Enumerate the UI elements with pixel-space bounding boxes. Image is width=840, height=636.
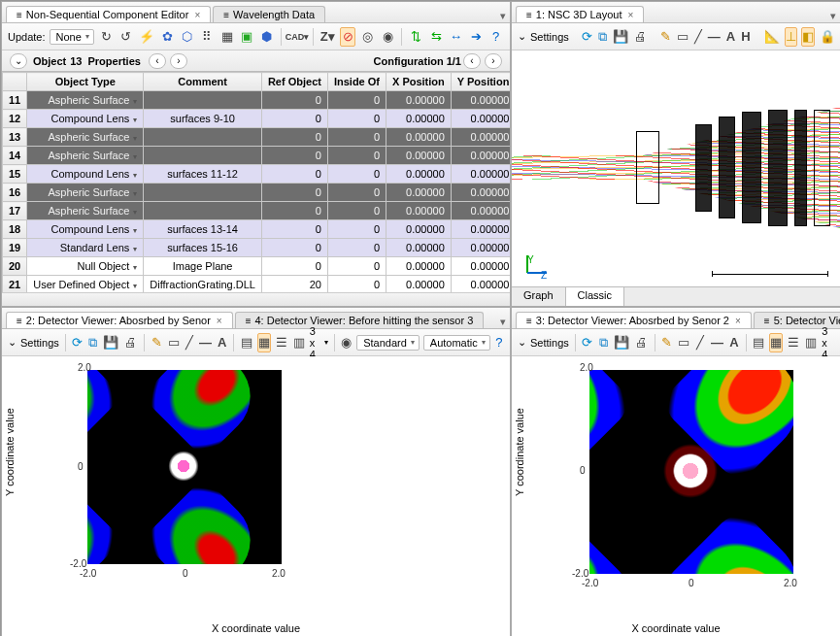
ref-object-cell[interactable]: 0 [261, 184, 327, 202]
grid2-icon[interactable]: ▦ [769, 333, 783, 352]
object-type-cell[interactable]: Compound Lens▾ [27, 110, 144, 128]
rectangle-icon[interactable]: ▭ [676, 27, 689, 47]
subgrid-icon[interactable]: ▥ [804, 333, 818, 352]
ray-trace-icon[interactable]: ⚡ [138, 27, 155, 47]
green-square-icon[interactable]: ▣ [239, 27, 255, 47]
table-row[interactable]: 21User Defined Object▾DiffractionGrating… [3, 276, 511, 293]
dash-icon[interactable]: — [710, 333, 724, 352]
close-icon[interactable]: × [194, 10, 200, 20]
inside-of-cell[interactable]: 0 [327, 147, 386, 165]
comment-cell[interactable] [144, 128, 262, 147]
y-position-cell[interactable]: 0.00000 [451, 276, 510, 293]
inside-of-cell[interactable]: 0 [327, 110, 386, 128]
tab[interactable]: ≡Wavelength Data [213, 6, 325, 22]
column-header[interactable]: Ref Object [261, 73, 327, 91]
stack-icon[interactable]: ☰ [787, 333, 800, 352]
rectangle-icon[interactable]: ▭ [677, 333, 690, 352]
detector-plot-2[interactable]: 2.0 0 -2.0 -2.0 0 2.0 X coordinate value… [2, 356, 510, 636]
print-icon[interactable]: 🖨 [633, 27, 648, 47]
comment-cell[interactable] [144, 91, 262, 110]
ref-object-cell[interactable]: 20 [261, 276, 327, 293]
go-arrow-icon[interactable]: ➔ [468, 27, 485, 47]
x-position-cell[interactable]: 0.00000 [386, 165, 452, 184]
ref-object-cell[interactable]: 0 [261, 165, 327, 184]
inside-of-cell[interactable]: 0 [327, 128, 386, 147]
config-prev-button[interactable]: ‹ [463, 53, 481, 69]
x-position-cell[interactable]: 0.00000 [386, 257, 452, 276]
comment-cell[interactable]: surfaces 13-14 [144, 220, 262, 239]
row-number[interactable]: 14 [3, 147, 27, 165]
y-position-cell[interactable]: 0.00000 [451, 220, 510, 239]
column-header[interactable]: Inside Of [327, 73, 386, 91]
object-type-cell[interactable]: Aspheric Surface▾ [27, 91, 144, 110]
reload-icon[interactable]: ↻ [98, 27, 115, 47]
resize-cols-icon[interactable]: ↔ [448, 27, 464, 47]
row-number[interactable]: 20 [3, 257, 27, 276]
row-number[interactable]: 12 [3, 110, 27, 128]
grid1-icon[interactable]: ▤ [752, 333, 765, 352]
table-row[interactable]: 19Standard Lens▾surfaces 15-16000.000000… [3, 239, 511, 257]
table-row[interactable]: 12Compound Lens▾surfaces 9-10000.000000.… [3, 110, 511, 128]
rectangle-icon[interactable]: ▭ [167, 333, 181, 352]
layout-mode-tab[interactable]: Graph [512, 287, 566, 306]
ruler-icon[interactable]: 📐 [763, 27, 781, 47]
comment-cell[interactable]: surfaces 11-12 [144, 165, 262, 184]
text-a-icon[interactable]: A [725, 27, 736, 47]
y-position-cell[interactable]: 0.00000 [451, 128, 510, 147]
settings-label[interactable]: Settings [530, 31, 569, 43]
z-menu-icon[interactable]: Z▾ [319, 27, 336, 47]
ref-object-cell[interactable]: 0 [261, 239, 327, 257]
pencil-icon[interactable]: ✎ [659, 27, 672, 47]
target-icon[interactable]: ◉ [340, 333, 353, 352]
row-number[interactable]: 16 [3, 184, 27, 202]
dock-menu-icon[interactable]: ▾ [500, 10, 506, 22]
table-row[interactable]: 16Aspheric Surface▾000.000000.00000 [3, 184, 511, 202]
table-row[interactable]: 14Aspheric Surface▾000.000000.00000 [3, 147, 511, 165]
print-icon[interactable]: 🖨 [123, 333, 138, 352]
object-type-cell[interactable]: Aspheric Surface▾ [27, 202, 144, 220]
tab[interactable]: ≡2: Detector Viewer: Abosrbed by Senor× [6, 312, 233, 328]
settings-expand-icon[interactable]: ⌄ [8, 336, 17, 349]
blue-gear-icon[interactable]: ✿ [159, 27, 176, 47]
y-position-cell[interactable]: 0.00000 [451, 184, 510, 202]
table-row[interactable]: 18Compound Lens▾surfaces 13-14000.000000… [3, 220, 511, 239]
inside-of-cell[interactable]: 0 [327, 202, 386, 220]
cube-view-icon[interactable]: ◧ [801, 27, 815, 47]
no-entry-icon[interactable]: ⊘ [340, 27, 356, 47]
save-icon[interactable]: 💾 [102, 333, 119, 352]
ref-object-cell[interactable]: 0 [261, 202, 327, 220]
dock-menu-icon[interactable]: ▾ [500, 316, 506, 328]
comment-cell[interactable]: surfaces 15-16 [144, 239, 262, 257]
tab[interactable]: ≡Non-Sequential Component Editor× [6, 6, 211, 22]
print-icon[interactable]: 🖨 [634, 333, 649, 352]
dash-icon[interactable]: — [198, 333, 213, 352]
ref-object-cell[interactable]: 0 [261, 110, 327, 128]
column-header[interactable]: Y Position [451, 73, 510, 91]
y-position-cell[interactable]: 0.00000 [451, 202, 510, 220]
row-number[interactable]: 15 [3, 165, 27, 184]
y-position-cell[interactable]: 0.00000 [451, 110, 510, 128]
pencil-icon[interactable]: ✎ [660, 333, 673, 352]
table-row[interactable]: 17Aspheric Surface▾000.000000.00000 [3, 202, 511, 220]
x-position-cell[interactable]: 0.00000 [386, 147, 452, 165]
row-number[interactable]: 11 [3, 91, 27, 110]
comment-cell[interactable]: DiffractionGrating.DLL [144, 276, 262, 293]
save-icon[interactable]: 💾 [613, 333, 630, 352]
ref-object-cell[interactable]: 0 [261, 128, 327, 147]
y-position-cell[interactable]: 0.00000 [451, 239, 510, 257]
pencil-icon[interactable]: ✎ [151, 333, 163, 352]
properties-collapse-icon[interactable]: ⌄ [10, 53, 27, 69]
axis-toggle-icon[interactable]: ⊥ [785, 27, 797, 47]
cad-icon[interactable]: CAD▾ [287, 27, 307, 47]
table-row[interactable]: 15Compound Lens▾surfaces 11-12000.000000… [3, 165, 511, 184]
grid-icon[interactable]: ▦ [219, 27, 236, 47]
settings-label[interactable]: Settings [530, 337, 569, 349]
text-a-icon[interactable]: A [217, 333, 227, 352]
comment-cell[interactable]: Image Plane [144, 257, 262, 276]
layout-mode-tab[interactable]: Classic [566, 287, 624, 306]
help-icon[interactable]: ? [487, 27, 504, 47]
refresh-icon[interactable]: ⟳ [71, 333, 84, 352]
text-h-icon[interactable]: H [740, 27, 751, 47]
ref-object-cell[interactable]: 0 [261, 220, 327, 239]
x-position-cell[interactable]: 0.00000 [386, 202, 452, 220]
